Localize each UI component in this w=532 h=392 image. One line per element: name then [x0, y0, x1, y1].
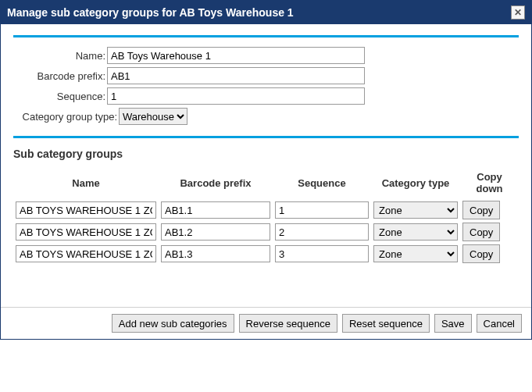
close-button[interactable]: ✕	[511, 5, 525, 20]
table-row: Zone Copy	[13, 199, 519, 221]
category-group-type-label: Category group type:	[13, 111, 119, 123]
sub-category-table: Name Barcode prefix Sequence Category ty…	[13, 168, 519, 265]
col-header-category-type: Category type	[371, 168, 460, 199]
divider-top	[13, 35, 519, 37]
dialog-content: Name: Barcode prefix: Sequence: Category…	[1, 24, 531, 307]
row-name: Name:	[13, 47, 519, 64]
reverse-sequence-button[interactable]: Reverse sequence	[239, 314, 337, 333]
sub-table-wrap: Name Barcode prefix Sequence Category ty…	[13, 168, 519, 301]
barcode-prefix-label: Barcode prefix:	[13, 70, 107, 82]
category-group-type-select[interactable]: Warehouse	[119, 108, 187, 125]
divider-mid	[13, 136, 519, 138]
col-header-sequence: Sequence	[273, 168, 371, 199]
sub-category-heading: Sub category groups	[13, 148, 519, 160]
sequence-input[interactable]	[107, 87, 365, 105]
row-sequence: Sequence:	[13, 87, 519, 105]
barcode-prefix-input[interactable]	[107, 67, 365, 84]
table-header-row: Name Barcode prefix Sequence Category ty…	[13, 168, 519, 199]
col-header-name: Name	[13, 168, 159, 199]
dialog: Manage sub category groups for AB Toys W…	[0, 0, 532, 340]
copy-button[interactable]: Copy	[462, 201, 500, 219]
row-name-input[interactable]	[16, 201, 156, 219]
row-barcode-prefix: Barcode prefix:	[13, 67, 519, 84]
reset-sequence-button[interactable]: Reset sequence	[342, 314, 430, 333]
row-prefix-input[interactable]	[161, 245, 270, 262]
row-prefix-input[interactable]	[161, 223, 270, 241]
dialog-footer: Add new sub categories Reverse sequence …	[1, 307, 531, 339]
name-label: Name:	[13, 50, 107, 62]
row-name-input[interactable]	[16, 223, 156, 241]
row-type-select[interactable]: Zone	[373, 201, 458, 219]
row-sequence-input[interactable]	[275, 223, 369, 241]
row-prefix-input[interactable]	[161, 201, 270, 219]
close-icon: ✕	[514, 8, 522, 17]
row-sequence-input[interactable]	[275, 201, 369, 219]
row-category-group-type: Category group type: Warehouse	[13, 108, 519, 125]
titlebar: Manage sub category groups for AB Toys W…	[1, 1, 531, 24]
row-name-input[interactable]	[16, 245, 156, 262]
cancel-button[interactable]: Cancel	[477, 314, 522, 333]
dialog-title: Manage sub category groups for AB Toys W…	[7, 6, 294, 19]
row-type-select[interactable]: Zone	[373, 223, 458, 241]
row-sequence-input[interactable]	[275, 245, 369, 262]
copy-button[interactable]: Copy	[462, 244, 500, 263]
row-type-select[interactable]: Zone	[373, 245, 458, 262]
col-header-copy-down: Copy down	[460, 168, 519, 199]
name-input[interactable]	[107, 47, 365, 64]
table-row: Zone Copy	[13, 243, 519, 265]
copy-button[interactable]: Copy	[462, 223, 500, 241]
sequence-label: Sequence:	[13, 91, 107, 102]
table-row: Zone Copy	[13, 221, 519, 243]
save-button[interactable]: Save	[434, 314, 472, 333]
add-new-sub-categories-button[interactable]: Add new sub categories	[112, 314, 234, 333]
col-header-barcode-prefix: Barcode prefix	[159, 168, 273, 199]
